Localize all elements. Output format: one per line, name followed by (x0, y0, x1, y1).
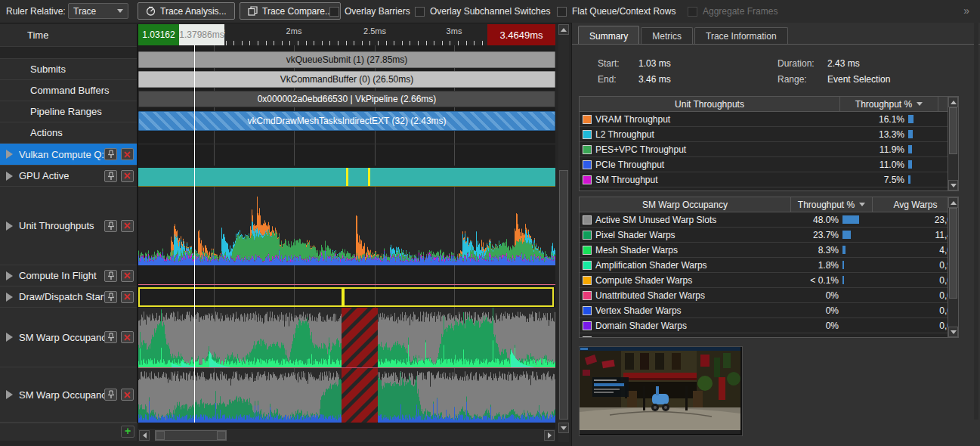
sidebar-row-command-buffers[interactable]: Command Buffers (0, 80, 137, 101)
sidebar-row-submits[interactable]: Submits (0, 59, 137, 80)
scroll-grip-left[interactable] (156, 431, 165, 440)
pin-icon[interactable] (104, 389, 117, 401)
pipeline-bar[interactable]: 0x000002a0ebd66530 | VkPipeline (2.66ms) (138, 91, 555, 107)
scroll-down-icon[interactable] (558, 423, 569, 433)
warp-table-scrollbar[interactable] (948, 197, 958, 337)
table-row[interactable]: Pixel Shader Warps23.7%11,4 (580, 228, 958, 243)
warp-table-avg-header[interactable]: Avg Warps (873, 197, 958, 212)
scroll-up-icon[interactable] (558, 24, 569, 35)
duration-value: 2.43 ms (827, 58, 860, 69)
table-row[interactable]: PROP Throughput6.1% (580, 187, 958, 191)
checkbox-box[interactable] (557, 7, 567, 17)
timeline-area[interactable]: 1.5ms 2ms 2.5ms 3ms 1.03162 1.37986ms 3.… (138, 24, 555, 442)
sm-warp-occupancy-chart-1[interactable] (138, 308, 555, 367)
unit-table-scrollbar[interactable] (948, 97, 958, 190)
row-label: SM Warp Occupancy (19, 332, 111, 343)
table-row[interactable]: Amplification Shader Warps1.8%0,9 (580, 258, 958, 273)
pin-icon[interactable] (104, 170, 117, 182)
trace-analysis-button[interactable]: Trace Analysis... (138, 2, 235, 20)
expander-triangle-icon[interactable] (6, 390, 13, 399)
command-buffer-bar[interactable]: VkCommandBuffer (0) (26.50ms) (138, 71, 555, 88)
sidebar-row-vulkan-compute-q-2[interactable]: Vulkan Compute Q:2 (0, 144, 137, 166)
panel-right-scroll-track[interactable] (974, 23, 978, 420)
table-row[interactable]: PES+VPC Throughput11.9% (580, 142, 958, 157)
trace-compare-button[interactable]: Trace Compare... (240, 2, 341, 20)
table-row[interactable]: VRAM Throughput16.1% (580, 112, 958, 127)
sidebar-row-gpu-active[interactable]: GPU Active (0, 166, 137, 187)
close-icon[interactable] (121, 331, 134, 343)
timeline-ruler[interactable]: 1.5ms 2ms 2.5ms 3ms 1.03162 1.37986ms 3.… (138, 24, 555, 45)
checkbox-overlay-barriers[interactable]: Overlay Barriers (329, 6, 410, 17)
pin-icon[interactable] (104, 270, 117, 282)
scroll-thumb[interactable] (949, 107, 957, 154)
table-row[interactable]: L2 Throughput13.3% (580, 127, 958, 142)
close-icon[interactable] (121, 270, 134, 282)
table-row[interactable]: Active SM Unused Warp Slots48.0%23,0 (580, 212, 958, 228)
close-icon[interactable] (121, 389, 134, 401)
pin-icon[interactable] (104, 291, 117, 303)
table-row[interactable]: Mesh Shader Warps8.3%4,0 (580, 243, 958, 258)
sidebar-row-time[interactable]: Time (0, 24, 137, 47)
unit-throughputs-chart[interactable] (138, 187, 555, 265)
scroll-right-icon[interactable] (544, 430, 555, 441)
table-row[interactable]: Hull Shader Warps0%0,0 (580, 333, 958, 338)
checkbox-flat-queue-context-rows[interactable]: Flat Queue/Context Rows (557, 6, 675, 17)
sidebar-row-pipeline-ranges[interactable]: Pipeline Ranges (0, 101, 137, 122)
expander-triangle-icon[interactable] (6, 221, 13, 231)
vertical-scroll-thumb[interactable] (559, 170, 568, 420)
unit-table-value-header[interactable]: Throughput % (840, 97, 938, 111)
table-row[interactable]: SM Throughput7.5% (580, 172, 958, 187)
add-row-button[interactable]: + (121, 426, 134, 438)
scroll-up-icon[interactable] (948, 97, 958, 107)
ruler-relative-dropdown[interactable]: Trace (68, 3, 128, 19)
draw-mesh-tasks-bar[interactable]: vkCmdDrawMeshTasksIndirectEXT (32) (2.43… (138, 111, 555, 131)
sidebar-row-sm-warp-occupancy[interactable]: SM Warp Occupancy (0, 308, 137, 367)
timeline-vertical-scrollbar[interactable] (558, 24, 569, 442)
render-target-thumbnail[interactable] (579, 346, 743, 436)
checkbox-box[interactable] (329, 7, 339, 17)
pin-icon[interactable] (104, 220, 117, 232)
sidebar-row-unit-throughputs[interactable]: Unit Throughputs (0, 187, 137, 265)
table-row[interactable]: Vertex Shader Warps0%0,0 (580, 303, 958, 318)
tab-trace-information[interactable]: Trace Information (694, 27, 788, 45)
close-icon[interactable] (121, 220, 134, 232)
table-row[interactable]: Domain Shader Warps0%0,0 (580, 318, 958, 333)
scroll-left-icon[interactable] (139, 430, 150, 441)
expander-triangle-icon[interactable] (6, 333, 13, 342)
scroll-grip-right[interactable] (217, 431, 226, 440)
scroll-thumb[interactable] (949, 208, 957, 299)
unit-table-title[interactable]: Unit Throughputs (580, 97, 840, 111)
close-icon[interactable] (121, 148, 134, 160)
checkbox-overlay-subchannel-switches[interactable]: Overlay Subchannel Switches (415, 6, 550, 17)
expander-triangle-icon[interactable] (6, 293, 13, 302)
expander-triangle-icon[interactable] (6, 271, 13, 280)
scroll-down-icon[interactable] (948, 180, 958, 190)
warp-table-value-header[interactable]: Throughput % (791, 197, 873, 212)
horizontal-scroll-thumb[interactable] (155, 430, 227, 441)
vkqueuesubmit-bar[interactable]: vkQueueSubmit (1) (27.85ms) (138, 51, 555, 68)
timeline-horizontal-scrollbar[interactable] (138, 428, 555, 442)
scroll-up-icon[interactable] (948, 197, 958, 208)
sidebar-row-actions[interactable]: Actions (0, 122, 137, 144)
pin-icon[interactable] (104, 148, 117, 160)
sidebar-row-compute-in-flight[interactable]: Compute In Flight (0, 265, 137, 286)
toolbar-overflow-icon[interactable]: » (963, 5, 969, 17)
expander-triangle-icon[interactable] (6, 150, 13, 159)
avg-warps-value: 4,0 (873, 245, 958, 256)
close-icon[interactable] (121, 170, 134, 182)
sidebar-row-draw-dispatch-start[interactable]: Draw/Dispatch Start (0, 286, 137, 308)
tab-summary[interactable]: Summary (578, 26, 639, 45)
table-row[interactable]: Compute Shader Warps< 0.1%0,0 (580, 273, 958, 288)
sm-warp-occupancy-chart-2[interactable] (138, 368, 555, 423)
table-row[interactable]: PCIe Throughput11.0% (580, 157, 958, 172)
row-label: Time (0, 29, 48, 41)
close-icon[interactable] (121, 291, 134, 303)
checkbox-box[interactable] (415, 7, 425, 17)
pin-icon[interactable] (104, 331, 117, 343)
table-row[interactable]: Unattributed Shader Warps0%0,0 (580, 288, 958, 303)
expander-triangle-icon[interactable] (6, 172, 13, 181)
sidebar-row-sm-warp-occupanc-[interactable]: SM Warp Occupanc.. (0, 367, 137, 423)
tab-metrics[interactable]: Metrics (641, 27, 693, 45)
warp-table-title[interactable]: SM Warp Occupancy (580, 197, 791, 212)
scroll-down-icon[interactable] (948, 327, 958, 337)
